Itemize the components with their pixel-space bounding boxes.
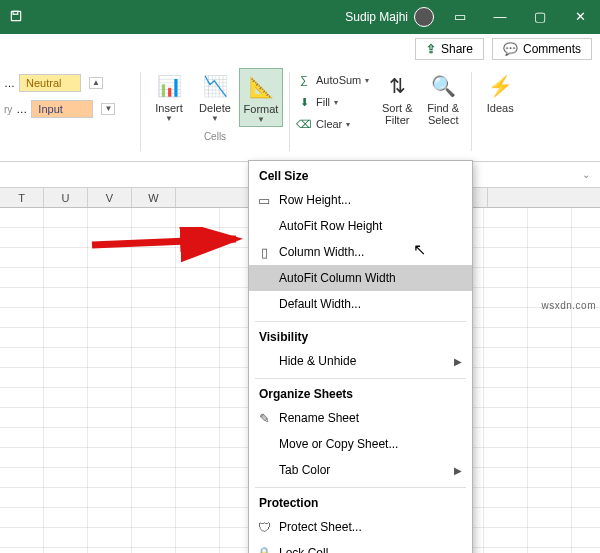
menu-label: AutoFit Column Width — [279, 271, 396, 285]
menu-label: Tab Color — [279, 463, 330, 477]
clear-button[interactable]: ⌫ Clear ▾ — [296, 114, 369, 134]
ideas-label: Ideas — [487, 102, 514, 114]
share-bar: ⇪ Share 💬 Comments — [0, 34, 600, 64]
column-header[interactable]: V — [88, 188, 132, 207]
cells-group-label: Cells — [204, 131, 226, 142]
ideas-button[interactable]: ⚡ Ideas — [478, 68, 522, 116]
autosum-label: AutoSum — [316, 74, 361, 86]
row-height-icon: ▭ — [255, 193, 273, 208]
cells-group: 📊 Insert ▼ 📉 Delete ▼ 📐 Format ▼ Cells — [147, 68, 283, 142]
ideas-group: ⚡ Ideas — [478, 68, 522, 116]
format-button[interactable]: 📐 Format ▼ — [239, 68, 283, 127]
submenu-arrow-icon: ▶ — [454, 356, 462, 367]
menu-row-height[interactable]: ▭ Row Height... — [249, 187, 472, 213]
menu-default-width[interactable]: Default Width... — [249, 291, 472, 317]
column-header[interactable]: W — [132, 188, 176, 207]
style-ellipsis: … — [4, 77, 15, 89]
find-icon: 🔍 — [431, 70, 456, 102]
find-label: Find & — [427, 102, 459, 114]
comment-icon: 💬 — [503, 42, 518, 56]
autosave-toggle[interactable] — [0, 9, 32, 26]
column-header[interactable]: T — [0, 188, 44, 207]
menu-label: Default Width... — [279, 297, 361, 311]
styles-more[interactable]: ▼ — [101, 103, 115, 115]
menu-autofit-column[interactable]: AutoFit Column Width — [249, 265, 472, 291]
rename-icon: ✎ — [255, 411, 273, 426]
comments-button[interactable]: 💬 Comments — [492, 38, 592, 60]
column-header[interactable]: U — [44, 188, 88, 207]
menu-tab-color[interactable]: Tab Color ▶ — [249, 457, 472, 483]
sort-label: Sort & — [382, 102, 413, 114]
format-dropdown-menu: Cell Size ▭ Row Height... AutoFit Row He… — [248, 160, 473, 553]
expand-formula-bar[interactable]: ⌄ — [576, 169, 596, 180]
column-width-icon: ▯ — [255, 245, 273, 260]
menu-autofit-row[interactable]: AutoFit Row Height — [249, 213, 472, 239]
menu-label: Rename Sheet — [279, 411, 359, 425]
title-bar: Sudip Majhi ▭ — ▢ ✕ — [0, 0, 600, 34]
menu-header-cellsize: Cell Size — [249, 165, 472, 187]
menu-header-visibility: Visibility — [249, 326, 472, 348]
menu-label: Hide & Unhide — [279, 354, 356, 368]
protect-icon: 🛡 — [255, 520, 273, 535]
menu-label: Protect Sheet... — [279, 520, 362, 534]
menu-move-copy[interactable]: Move or Copy Sheet... — [249, 431, 472, 457]
style-ellipsis2: … — [16, 103, 27, 115]
chevron-down-icon: ▾ — [346, 120, 350, 129]
chevron-down-icon: ▼ — [211, 114, 219, 123]
menu-protect-sheet[interactable]: 🛡 Protect Sheet... — [249, 514, 472, 540]
submenu-arrow-icon: ▶ — [454, 465, 462, 476]
format-label: Format — [244, 103, 279, 115]
close-button[interactable]: ✕ — [560, 0, 600, 34]
menu-rename-sheet[interactable]: ✎ Rename Sheet — [249, 405, 472, 431]
filter-label: Filter — [385, 114, 409, 126]
fill-icon: ⬇ — [296, 96, 312, 109]
style-input[interactable]: Input — [31, 100, 93, 118]
menu-header-organize: Organize Sheets — [249, 383, 472, 405]
fill-button[interactable]: ⬇ Fill ▾ — [296, 92, 369, 112]
chevron-down-icon: ▾ — [334, 98, 338, 107]
ribbon: … Neutral ▲ ry … Input ▼ 📊 Insert ▼ 📉 De… — [0, 64, 600, 162]
sort-filter-icon: ⇅ — [389, 70, 406, 102]
style-neutral[interactable]: Neutral — [19, 74, 81, 92]
menu-column-width[interactable]: ▯ Column Width... — [249, 239, 472, 265]
sort-find-group: ⇅ Sort & Filter 🔍 Find & Select — [375, 68, 465, 128]
svg-rect-1 — [13, 11, 18, 14]
menu-label: AutoFit Row Height — [279, 219, 382, 233]
menu-label: Row Height... — [279, 193, 351, 207]
username-label: Sudip Majhi — [345, 10, 408, 24]
delete-button[interactable]: 📉 Delete ▼ — [193, 68, 237, 127]
menu-label: Lock Cell — [279, 546, 328, 553]
format-icon: 📐 — [249, 71, 274, 103]
menu-label: Column Width... — [279, 245, 364, 259]
share-button[interactable]: ⇪ Share — [415, 38, 484, 60]
find-select-button[interactable]: 🔍 Find & Select — [421, 68, 465, 128]
menu-lock-cell[interactable]: 🔒 Lock Cell — [249, 540, 472, 553]
chevron-down-icon: ▼ — [165, 114, 173, 123]
watermark: wsxdn.com — [541, 300, 596, 311]
sort-filter-button[interactable]: ⇅ Sort & Filter — [375, 68, 419, 128]
comments-label: Comments — [523, 42, 581, 56]
ideas-icon: ⚡ — [488, 70, 513, 102]
delete-label: Delete — [199, 102, 231, 114]
share-label: Share — [441, 42, 473, 56]
cell-styles-group: … Neutral ▲ ry … Input ▼ — [4, 68, 134, 120]
menu-header-protection: Protection — [249, 492, 472, 514]
autosum-button[interactable]: ∑ AutoSum ▾ — [296, 70, 369, 90]
avatar — [414, 7, 434, 27]
maximize-button[interactable]: ▢ — [520, 0, 560, 34]
styles-up[interactable]: ▲ — [89, 77, 103, 89]
ribbon-display-options[interactable]: ▭ — [440, 0, 480, 34]
editing-group: ∑ AutoSum ▾ ⬇ Fill ▾ ⌫ Clear ▾ — [296, 68, 369, 134]
insert-label: Insert — [155, 102, 183, 114]
sigma-icon: ∑ — [296, 74, 312, 86]
fill-label: Fill — [316, 96, 330, 108]
user-account[interactable]: Sudip Majhi — [339, 7, 440, 27]
minimize-button[interactable]: — — [480, 0, 520, 34]
delete-icon: 📉 — [203, 70, 228, 102]
chevron-down-icon: ▾ — [365, 76, 369, 85]
insert-button[interactable]: 📊 Insert ▼ — [147, 68, 191, 127]
menu-label: Move or Copy Sheet... — [279, 437, 398, 451]
insert-icon: 📊 — [157, 70, 182, 102]
clear-icon: ⌫ — [296, 118, 312, 131]
menu-hide-unhide[interactable]: Hide & Unhide ▶ — [249, 348, 472, 374]
